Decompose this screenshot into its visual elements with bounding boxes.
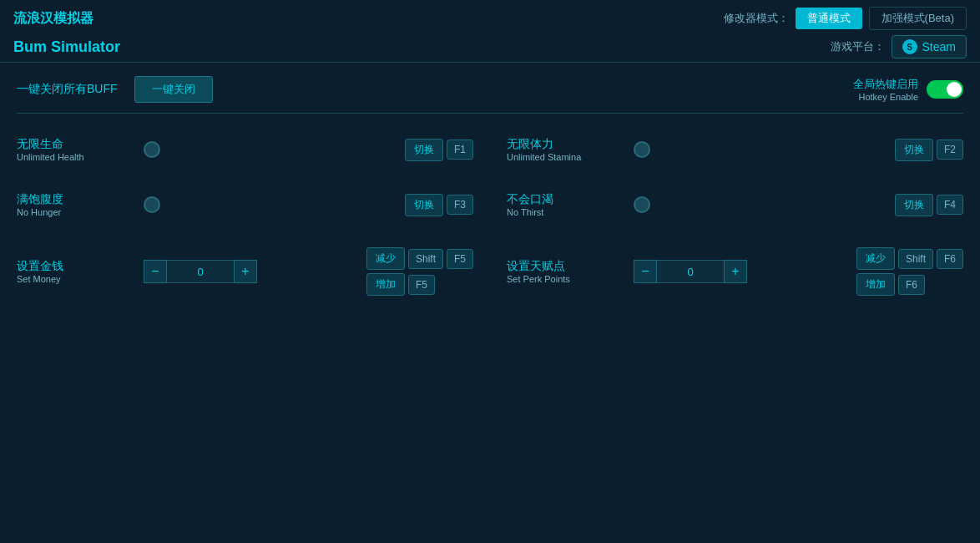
unlimited-stamina-key-f2: F2 [937,140,963,160]
set-perk-dec-key: F6 [937,249,963,269]
one-click-label: 一键关闭所有BUFF [17,82,118,97]
hotkey-en: Hotkey Enable [853,92,918,102]
set-perk-key-group: 减少 Shift F6 增加 F6 [856,247,963,296]
unlimited-stamina-en: Unlimited Stamina [507,152,624,162]
no-thirst-key-f4: F4 [937,195,963,215]
set-perk-cn: 设置天赋点 [507,259,624,274]
set-money-decrease-btn[interactable]: − [144,260,167,283]
header-top: 流浪汉模拟器 修改器模式： 普通模式 加强模式(Beta) [13,7,967,30]
unlimited-stamina-label: 无限体力 Unlimited Stamina [507,137,624,162]
no-hunger-switch-btn[interactable]: 切换 [405,194,443,216]
app-container: 流浪汉模拟器 修改器模式： 普通模式 加强模式(Beta) Bum Simula… [0,0,980,543]
no-thirst-cn: 不会口渴 [507,192,624,207]
hotkey-toggle[interactable] [927,80,963,99]
set-perk-input[interactable] [657,260,724,283]
no-thirst-switch-btn[interactable]: 切换 [895,194,933,216]
unlimited-health-label: 无限生命 Unlimited Health [17,137,134,162]
unlimited-stamina-keys: 切换 F2 [895,139,963,161]
set-money-inc-label-btn[interactable]: 增加 [366,273,405,296]
set-money-number-control: − + [144,260,348,283]
unlimited-health-keys: 切换 F1 [405,139,473,161]
set-money-shift-key: Shift [408,249,443,269]
set-perk-increase-btn[interactable]: + [724,260,747,283]
set-money-input[interactable] [167,260,234,283]
set-perk-decrease-btn[interactable]: − [634,260,657,283]
mode-selector: 修改器模式： 普通模式 加强模式(Beta) [724,7,967,30]
no-thirst-toggle[interactable] [634,196,650,213]
set-perk-dec-label-btn[interactable]: 减少 [856,247,895,270]
no-hunger-keys: 切换 F3 [405,194,473,216]
steam-icon: S [902,39,917,54]
unlimited-health-row: 无限生命 Unlimited Health 切换 F1 [17,130,473,169]
set-money-key-group: 减少 Shift F5 增加 F5 [366,247,473,296]
unlimited-health-en: Unlimited Health [17,152,134,162]
mode-label: 修改器模式： [724,11,789,26]
unlimited-health-switch-btn[interactable]: 切换 [405,139,443,161]
mode-beta-button[interactable]: 加强模式(Beta) [869,7,967,30]
set-money-dec-keys: 减少 Shift F5 [366,247,473,270]
mode-normal-button[interactable]: 普通模式 [796,8,862,29]
hotkey-cn: 全局热键启用 [853,77,918,92]
set-money-dec-label-btn[interactable]: 减少 [366,247,405,270]
header-bottom: Bum Simulator 游戏平台： S Steam [13,35,967,58]
set-perk-en: Set Perk Points [507,274,624,284]
unlimited-stamina-toggle[interactable] [634,141,650,158]
no-thirst-keys: 切换 F4 [895,194,963,216]
set-money-row: 设置金钱 Set Money − + 减少 Shift F5 增加 [17,241,473,302]
no-thirst-en: No Thirst [507,207,624,217]
no-hunger-label: 满饱腹度 No Hunger [17,192,134,217]
app-title-cn: 流浪汉模拟器 [13,10,93,28]
set-money-increase-btn[interactable]: + [234,260,257,283]
platform-label: 游戏平台： [831,39,885,54]
main-content: 一键关闭所有BUFF 一键关闭 全局热键启用 Hotkey Enable 无限生… [0,63,980,543]
set-perk-row: 设置天赋点 Set Perk Points − + 减少 Shift F6 增加 [507,241,963,302]
set-money-en: Set Money [17,274,134,284]
set-perk-inc-keys: 增加 F6 [856,273,963,296]
set-money-inc-keys: 增加 F5 [366,273,473,296]
set-perk-dec-keys: 减少 Shift F6 [856,247,963,270]
no-hunger-row: 满饱腹度 No Hunger 切换 F3 [17,185,473,224]
app-title-en: Bum Simulator [13,38,120,56]
set-perk-shift-key: Shift [898,249,933,269]
no-hunger-cn: 满饱腹度 [17,192,134,207]
set-money-dec-key: F5 [447,249,473,269]
platform-name: Steam [922,40,956,53]
set-money-inc-key: F5 [408,275,435,295]
set-perk-label: 设置天赋点 Set Perk Points [507,259,624,284]
top-bar: 一键关闭所有BUFF 一键关闭 全局热键启用 Hotkey Enable [17,76,963,114]
set-perk-inc-key: F6 [898,275,925,295]
set-money-cn: 设置金钱 [17,259,134,274]
no-hunger-en: No Hunger [17,207,134,217]
platform-area: 游戏平台： S Steam [831,35,967,58]
hotkey-text: 全局热键启用 Hotkey Enable [853,77,918,102]
platform-button[interactable]: S Steam [892,35,967,58]
one-click-area: 一键关闭所有BUFF 一键关闭 [17,76,213,103]
hotkey-area: 全局热键启用 Hotkey Enable [853,77,963,102]
set-perk-inc-label-btn[interactable]: 增加 [856,273,895,296]
set-money-label: 设置金钱 Set Money [17,259,134,284]
no-thirst-label: 不会口渴 No Thirst [507,192,624,217]
unlimited-health-key-f1: F1 [447,140,473,160]
no-thirst-row: 不会口渴 No Thirst 切换 F4 [507,185,963,224]
unlimited-stamina-cn: 无限体力 [507,137,624,152]
no-hunger-key-f3: F3 [447,195,473,215]
no-hunger-toggle[interactable] [144,196,160,213]
controls-grid: 无限生命 Unlimited Health 切换 F1 无限体力 Unlimit… [17,130,963,302]
unlimited-health-toggle[interactable] [144,141,160,158]
header: 流浪汉模拟器 修改器模式： 普通模式 加强模式(Beta) Bum Simula… [0,0,980,63]
unlimited-stamina-row: 无限体力 Unlimited Stamina 切换 F2 [507,130,963,169]
unlimited-stamina-switch-btn[interactable]: 切换 [895,139,933,161]
one-click-button[interactable]: 一键关闭 [134,76,213,103]
set-perk-number-control: − + [634,260,838,283]
unlimited-health-cn: 无限生命 [17,137,134,152]
